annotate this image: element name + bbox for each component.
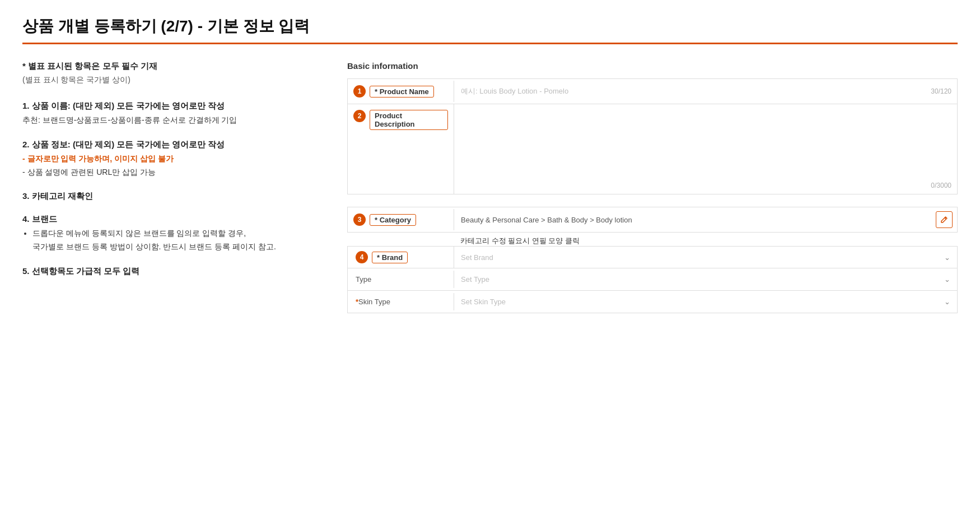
product-name-label-wrapper: 1 * Product Name	[348, 81, 454, 102]
page-container: 상품 개별 등록하기 (2/7) - 기본 정보 입력 * 별표 표시된 항목은…	[0, 0, 980, 336]
basic-info-label: Basic information	[347, 61, 958, 71]
brand-row: 4 * Brand Set Brand ⌄	[347, 246, 958, 268]
product-name-row: 1 * Product Name 예시: Louis Body Lotion -…	[347, 78, 958, 104]
skin-type-dropdown-arrow[interactable]: ⌄	[944, 298, 957, 306]
product-desc-row: 2 Product Description 0/3000	[347, 104, 958, 194]
product-name-placeholder: 예시: Louis Body Lotion - Pomelo	[461, 86, 568, 96]
main-layout: * 별표 표시된 항목은 모두 필수 기재 (별표 표시 항목은 국가별 상이)…	[22, 61, 958, 313]
product-desc-counter: 0/3000	[931, 182, 951, 189]
product-desc-step-badge: 2	[353, 110, 366, 122]
note-sub: (별표 표시 항목은 국가별 상이)	[22, 75, 314, 85]
section2-title: 2. 상품 정보: (대만 제외) 모든 국가에는 영어로만 작성	[22, 140, 314, 150]
left-panel: * 별표 표시된 항목은 모두 필수 기재 (별표 표시 항목은 국가별 상이)…	[22, 61, 314, 313]
category-row: 3 * Category Beauty & Personal Care > Ba…	[347, 207, 958, 233]
brand-dropdown-arrow[interactable]: ⌄	[944, 253, 957, 262]
category-edit-button[interactable]	[936, 211, 953, 228]
category-label: * Category	[370, 214, 416, 226]
type-placeholder: Set Type	[454, 271, 944, 288]
product-name-label: * Product Name	[370, 86, 434, 98]
category-section: 3 * Category Beauty & Personal Care > Ba…	[347, 207, 958, 246]
section2-url: - 상품 설명에 관련된 URL만 삽입 가능	[22, 168, 156, 177]
skin-type-label: Skin Type	[358, 298, 390, 306]
product-name-input-area[interactable]: 예시: Louis Body Lotion - Pomelo 30/120	[454, 82, 957, 101]
brand-label-wrapper: 4 * Brand	[348, 247, 454, 268]
page-title: 상품 개별 등록하기 (2/7) - 기본 정보 입력	[22, 16, 958, 37]
category-step-badge: 3	[353, 213, 366, 226]
skin-type-row: * Skin Type Set Skin Type ⌄	[347, 291, 958, 313]
product-desc-label-wrapper: 2 Product Description	[348, 104, 454, 194]
page-divider	[22, 43, 958, 44]
right-panel: Basic information 1 * Product Name 예시: L…	[347, 61, 958, 313]
section4-title: 4. 브랜드	[22, 214, 314, 225]
type-label-wrapper: Type	[348, 271, 454, 288]
category-label-wrapper: 3 * Category	[348, 209, 454, 230]
section3-title: 3. 카테고리 재확인	[22, 191, 314, 202]
section1-title: 1. 상품 이름: (대만 제외) 모든 국가에는 영어로만 작성	[22, 101, 314, 112]
section4-bullet2: 국가별로 브랜드 등록 방법이 상이함. 반드시 브랜드 등록 페이지 참고.	[32, 242, 276, 251]
note-main: * 별표 표시된 항목은 모두 필수 기재	[22, 61, 314, 72]
section4-body: 드롭다운 메뉴에 등록되지 않은 브랜드를 임의로 입력할 경우, 국가별로 브…	[22, 227, 314, 254]
type-label: Type	[356, 275, 371, 284]
type-dropdown-arrow[interactable]: ⌄	[944, 275, 957, 284]
product-name-step-badge: 1	[353, 85, 366, 98]
brand-step-badge: 4	[356, 251, 368, 263]
category-hint: 카테고리 수정 필요시 연필 모양 클릭	[454, 236, 958, 246]
skin-type-label-wrapper: * Skin Type	[348, 293, 454, 310]
skin-type-placeholder: Set Skin Type	[454, 293, 944, 310]
section1-body: 추천: 브랜드명-상품코드-상품이름-종류 순서로 간결하게 기입	[22, 114, 314, 127]
brand-placeholder: Set Brand	[454, 249, 944, 266]
brand-label: * Brand	[372, 252, 408, 263]
product-desc-input-area[interactable]: 0/3000	[454, 104, 957, 194]
category-value: Beauty & Personal Care > Bath & Body > B…	[454, 211, 936, 229]
product-desc-label: Product Description	[370, 110, 448, 130]
section2-body: - 글자로만 입력 가능하며, 이미지 삽입 불가 - 상품 설명에 관련된 U…	[22, 152, 314, 179]
section5-title: 5. 선택항목도 가급적 모두 입력	[22, 266, 314, 277]
section2-red: - 글자로만 입력 가능하며, 이미지 삽입 불가	[22, 154, 174, 163]
product-name-counter: 30/120	[931, 87, 951, 95]
type-row: Type Set Type ⌄	[347, 268, 958, 291]
section4-bullet: 드롭다운 메뉴에 등록되지 않은 브랜드를 임의로 입력할 경우,	[32, 229, 246, 238]
